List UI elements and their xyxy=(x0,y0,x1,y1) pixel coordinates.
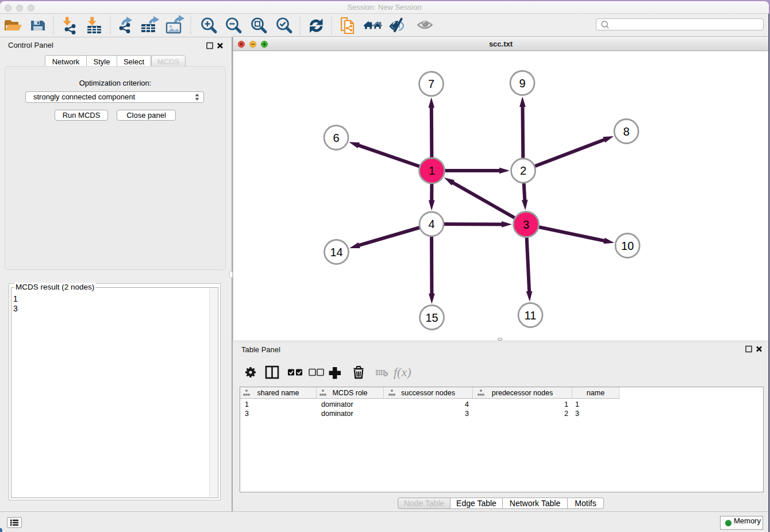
svg-text:6: 6 xyxy=(333,132,339,144)
svg-text:f(x): f(x) xyxy=(394,365,411,379)
svg-text:15: 15 xyxy=(425,311,438,324)
svg-text:10: 10 xyxy=(621,240,634,252)
svg-text:1: 1 xyxy=(429,164,435,177)
svg-text:2: 2 xyxy=(520,164,526,177)
svg-text:9: 9 xyxy=(519,77,525,90)
svg-text:8: 8 xyxy=(623,125,629,138)
svg-text:4: 4 xyxy=(428,218,434,230)
svg-text:11: 11 xyxy=(525,309,537,322)
svg-text:3: 3 xyxy=(523,218,529,231)
svg-text:14: 14 xyxy=(330,246,342,259)
svg-text:7: 7 xyxy=(428,78,434,90)
